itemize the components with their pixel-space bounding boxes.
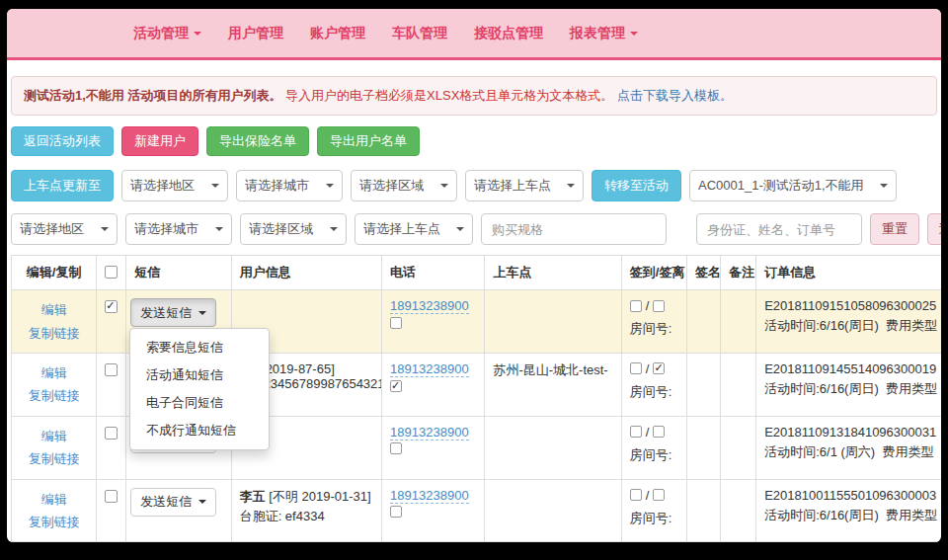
table-row: 编辑复制链接 发送短信 李五 [不明 2019-01-31]台胞证: ef433… xyxy=(12,479,942,542)
order-number: E20181109145514096300019 xyxy=(764,361,941,376)
filter-row-pickup-update: 上车点更新至 请选择地区 请选择城市 请选择区域 请选择上车点 转移至活动 AC… xyxy=(11,170,937,201)
nav-label: 车队管理 xyxy=(392,25,447,42)
nav-fleet-management[interactable]: 车队管理 xyxy=(392,25,447,42)
update-pickup-button[interactable]: 上车点更新至 xyxy=(11,170,114,201)
signin-checkbox[interactable] xyxy=(630,426,642,438)
signin-checkbox[interactable] xyxy=(630,300,642,312)
menu-item-request-info-sms[interactable]: 索要信息短信 xyxy=(130,334,269,361)
edit-link[interactable]: 编辑 xyxy=(20,488,88,511)
header-select-all xyxy=(97,256,126,290)
nav-label: 活动管理 xyxy=(133,25,189,42)
caret-down-icon xyxy=(567,184,575,188)
copy-link[interactable]: 复制链接 xyxy=(20,511,88,533)
alert-message: 导入用户的电子档必须是XLSX格式且单元格为文本格式。 xyxy=(285,88,613,103)
send-sms-label: 发送短信 xyxy=(140,493,192,511)
app-window: 活动管理 用户管理 账户管理 车队管理 接驳点管理 报表管理 测试活动1,不能用… xyxy=(7,9,941,542)
transfer-to-activity-button[interactable]: 转移至活动 xyxy=(592,170,681,201)
select-value: 请选择城市 xyxy=(245,177,309,195)
caret-down-icon xyxy=(198,500,206,504)
nav-account-management[interactable]: 账户管理 xyxy=(310,25,365,42)
room-label: 房间号: xyxy=(630,510,678,527)
signout-checkbox[interactable] xyxy=(653,300,665,312)
signout-checkbox[interactable] xyxy=(653,489,665,501)
search-pickup-select[interactable]: 请选择上车点 xyxy=(355,213,473,245)
order-schedule: 活动时间:6/1 (周六) 费用类型 xyxy=(764,443,941,461)
district-select[interactable]: 请选择区域 xyxy=(351,170,457,201)
reset-button[interactable]: 重置 xyxy=(870,213,919,245)
room-label: 房间号: xyxy=(630,446,678,464)
export-insurance-button[interactable]: 导出保险名单 xyxy=(206,126,309,156)
copy-link[interactable]: 复制链接 xyxy=(20,447,88,470)
search-district-select[interactable]: 请选择区域 xyxy=(240,213,347,245)
header-sign: 签到/签离 xyxy=(621,256,686,290)
pickup-point: 苏州-昆山-城北-test- xyxy=(493,361,612,379)
room-label: 房间号: xyxy=(630,320,678,338)
caret-down-icon xyxy=(198,311,206,315)
signin-checkbox[interactable] xyxy=(630,489,642,501)
action-buttons-row: 返回活动列表 新建用户 导出保险名单 导出用户名单 xyxy=(11,126,937,156)
alert-title: 测试活动1,不能用 活动项目的所有用户列表。 xyxy=(24,88,281,103)
caret-down-icon xyxy=(630,32,638,36)
nav-user-management[interactable]: 用户管理 xyxy=(228,25,283,42)
search-input[interactable] xyxy=(696,213,862,245)
nav-activity-management[interactable]: 活动管理 xyxy=(133,25,201,42)
spec-input[interactable] xyxy=(481,213,667,245)
row-checkbox[interactable] xyxy=(105,363,118,376)
caret-down-icon xyxy=(101,227,109,231)
phone-link[interactable]: 18913238900 xyxy=(390,488,469,504)
copy-link[interactable]: 复制链接 xyxy=(20,322,88,345)
back-to-activity-list-button[interactable]: 返回活动列表 xyxy=(11,126,114,156)
pickup-point-select[interactable]: 请选择上车点 xyxy=(465,170,584,201)
order-schedule: 活动时间:6/16(周日) 费用类型 xyxy=(764,507,941,524)
filter-button[interactable]: 过滤 xyxy=(927,213,941,245)
select-value: 请选择地区 xyxy=(20,220,84,238)
row-checkbox[interactable] xyxy=(105,490,118,503)
search-region-select[interactable]: 请选择地区 xyxy=(11,213,118,245)
export-users-button[interactable]: 导出用户名单 xyxy=(317,126,420,156)
phone-link[interactable]: 18913238900 xyxy=(390,361,469,377)
nav-label: 报表管理 xyxy=(570,25,625,42)
phone-checkbox[interactable] xyxy=(390,317,402,329)
nav-report-management[interactable]: 报表管理 xyxy=(570,25,638,42)
menu-item-cancel-notice-sms[interactable]: 不成行通知短信 xyxy=(130,417,269,444)
signout-checkbox[interactable] xyxy=(653,426,665,438)
header-signature: 签名 xyxy=(687,256,721,290)
row-checkbox[interactable] xyxy=(105,300,118,313)
caret-down-icon xyxy=(456,227,464,231)
send-sms-button[interactable]: 发送短信 xyxy=(130,298,216,327)
menu-item-econtract-sms[interactable]: 电子合同短信 xyxy=(130,389,269,417)
phone-checkbox[interactable] xyxy=(390,442,402,454)
edit-link[interactable]: 编辑 xyxy=(20,298,88,321)
user-id-doc: 台胞证: ef4334 xyxy=(240,508,373,525)
activity-select[interactable]: AC0001_1-测试活动1,不能用 xyxy=(689,170,897,201)
signout-checkbox[interactable] xyxy=(653,362,665,374)
select-all-checkbox[interactable] xyxy=(105,266,118,279)
nav-shuttle-point-management[interactable]: 接驳点管理 xyxy=(474,25,543,42)
row-checkbox[interactable] xyxy=(105,427,118,440)
caret-down-icon xyxy=(880,184,888,188)
download-template-link[interactable]: 点击下载导入模板。 xyxy=(617,88,733,103)
nav-label: 接驳点管理 xyxy=(474,25,543,42)
sign-separator: / xyxy=(646,361,650,376)
sms-dropdown-menu: 索要信息短信 活动通知短信 电子合同短信 不成行通知短信 xyxy=(129,328,270,450)
phone-link[interactable]: 18913238900 xyxy=(390,425,469,440)
edit-link[interactable]: 编辑 xyxy=(20,361,88,384)
select-value: AC0001_1-测试活动1,不能用 xyxy=(698,177,864,195)
search-city-select[interactable]: 请选择城市 xyxy=(125,213,232,245)
phone-link[interactable]: 18913238900 xyxy=(390,298,469,314)
phone-checkbox[interactable] xyxy=(390,506,402,518)
header-edit-copy: 编辑/复制 xyxy=(12,256,97,290)
city-select[interactable]: 请选择城市 xyxy=(236,170,343,201)
phone-checkbox[interactable] xyxy=(390,380,402,392)
new-user-button[interactable]: 新建用户 xyxy=(121,126,198,156)
copy-link[interactable]: 复制链接 xyxy=(20,384,88,407)
table-header-row: 编辑/复制 短信 用户信息 电话 上车点 签到/签离 签名 备注 订单信息 xyxy=(12,256,942,290)
nav-label: 用户管理 xyxy=(228,25,283,42)
region-select[interactable]: 请选择地区 xyxy=(121,170,228,201)
send-sms-button[interactable]: 发送短信 xyxy=(130,488,216,517)
filter-row-search: 请选择地区 请选择城市 请选择区域 请选择上车点 重置 过滤 xyxy=(11,213,937,245)
edit-link[interactable]: 编辑 xyxy=(20,425,88,447)
signin-checkbox[interactable] xyxy=(630,362,642,374)
menu-item-activity-notice-sms[interactable]: 活动通知短信 xyxy=(130,361,269,389)
select-value: 请选择上车点 xyxy=(363,220,440,238)
